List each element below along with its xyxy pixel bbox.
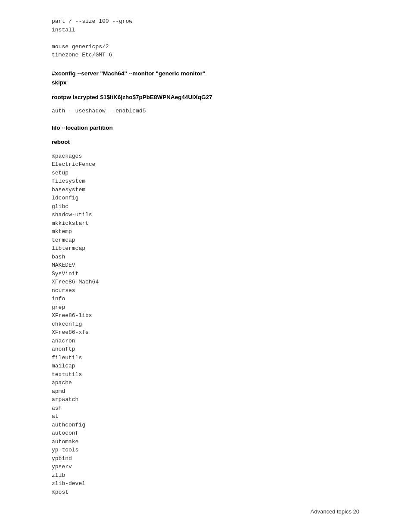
page-content: part / --size 100 --grow install mouse g… <box>0 0 411 527</box>
code-block-1: part / --size 100 --grow install mouse g… <box>52 17 359 59</box>
bold-lilo: lilo --location partition <box>52 123 359 133</box>
footer-page-number: Advanced topics 20 <box>311 508 359 515</box>
bold-rootpw: rootpw iscrypted $1$ltK6jzho$7pPbE8WPNAe… <box>52 93 359 102</box>
code-auth: auth --useshadow --enablemd5 <box>52 107 359 115</box>
bold-xconfig: #xconfig --server "Mach64" --monitor "ge… <box>52 69 359 87</box>
packages-list: %packages ElectricFence setup filesystem… <box>52 152 359 497</box>
bold-reboot: reboot <box>52 137 359 147</box>
